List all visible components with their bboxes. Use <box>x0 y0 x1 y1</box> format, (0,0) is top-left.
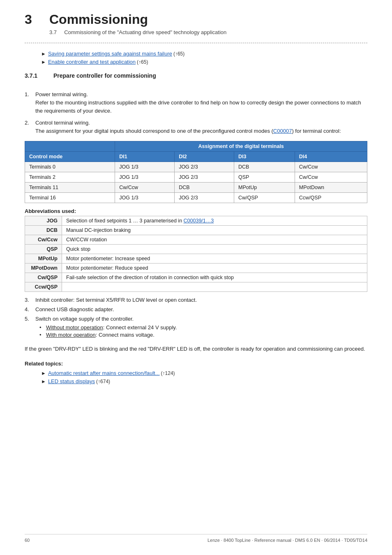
bullet-1-icon: • <box>39 324 46 331</box>
related-link-1: ► Automatic restart after mains connecti… <box>41 370 367 376</box>
abbrev-row: Cw/CcwCW/CCW rotation <box>25 235 367 244</box>
step-2-desc-part2: ) for terminal control: <box>292 128 341 134</box>
col-header-0: Control mode <box>25 151 115 162</box>
abbreviations-section: Abbreviations used: JOGSelection of fixe… <box>25 208 367 292</box>
chapter-number: 3 <box>25 12 49 27</box>
table-row: Terminals 0JOG 1/3JOG 2/3DCBCw/Ccw <box>25 162 367 172</box>
abbrev-row: MPotDownMotor potentiometer: Reduce spee… <box>25 263 367 273</box>
step-4-num: 4. <box>25 306 35 312</box>
step-2-desc: The assignment for your digital inputs s… <box>35 127 367 135</box>
step-3: 3. Inhibit controller: Set terminal X5/R… <box>25 297 367 303</box>
enable-link-ref: (↑65) <box>137 59 148 65</box>
related-arrow-1: ► <box>41 370 46 376</box>
saving-link[interactable]: Saving parameter settings safe against m… <box>48 51 172 57</box>
step-1-num: 1. <box>25 91 35 97</box>
related-link-2: ► LED status displays (↑674) <box>41 378 367 384</box>
ready-text: If the green "DRV-RDY" LED is blinking a… <box>25 345 367 354</box>
c00007-link[interactable]: C00007 <box>273 128 292 134</box>
abbrev-title: Abbreviations used: <box>25 208 367 214</box>
page-number: 60 <box>25 538 30 543</box>
related-links-list: ► Automatic restart after mains connecti… <box>41 370 367 384</box>
step-2-title: Control terminal wiring. <box>35 120 367 126</box>
step-5-num: 5. <box>25 316 35 322</box>
bullet-2-icon: • <box>39 332 46 338</box>
col-header-3: DI3 <box>234 151 295 162</box>
step-2: 2. Control terminal wiring. The assignme… <box>25 120 367 135</box>
subsection-heading: 3.7.1 Prepare controller for commissioni… <box>25 72 367 85</box>
step-1: 1. Power terminal wiring. Refer to the m… <box>25 91 367 115</box>
step-1-title: Power terminal wiring. <box>35 91 367 97</box>
step-2-desc-part1: The assignment for your digital inputs s… <box>35 128 273 134</box>
arrow-icon-1: ► <box>41 51 46 57</box>
sub-bullet-2-text: : Connect mains voltage. <box>96 332 154 338</box>
table-spanning-header: Assignment of the digital terminals <box>115 141 367 151</box>
sub-bullet-2-label: With motor operation <box>46 332 96 338</box>
section-line: 3.7 Commissioning of the "Actuating driv… <box>49 29 367 35</box>
table-row: Terminals 2JOG 1/3JOG 2/3QSPCw/Ccw <box>25 172 367 182</box>
table-row: Terminal 16JOG 1/3JOG 2/3Cw/QSPCcw/QSP <box>25 192 367 203</box>
sub-bullet-1-content: Without motor operation: Connect externa… <box>46 324 177 331</box>
subsection-title: Prepare controller for commissioning <box>53 72 156 79</box>
table-corner <box>25 141 115 151</box>
abbrev-row: JOGSelection of fixed setpoints 1 … 3 pa… <box>25 216 367 225</box>
abbrev-table: JOGSelection of fixed setpoints 1 … 3 pa… <box>25 216 367 292</box>
link-item-2: ► Enable controller and test application… <box>41 59 367 65</box>
sub-bullet-2-content: With motor operation: Connect mains volt… <box>46 332 154 338</box>
led-status-ref: (↑674) <box>96 379 110 384</box>
step-1-content: Power terminal wiring. Refer to the moun… <box>35 91 367 115</box>
related-topics: Related topics: ► Automatic restart afte… <box>25 361 367 384</box>
enable-link[interactable]: Enable controller and test application <box>48 59 136 65</box>
led-status-link[interactable]: LED status displays <box>48 378 95 384</box>
arrow-icon-2: ► <box>41 59 46 65</box>
col-header-1: DI1 <box>115 151 175 162</box>
assignment-table: Assignment of the digital terminals Cont… <box>25 141 367 203</box>
footer-right: Lenze · 8400 TopLine · Reference manual … <box>208 538 367 543</box>
breadcrumb-links: ► Saving parameter settings safe against… <box>41 51 367 65</box>
chapter-title: Commissioning <box>49 12 148 27</box>
c00039-link[interactable]: C00039/1…3 <box>184 218 214 224</box>
sub-bullet-1-text: : Connect external 24 V supply. <box>103 324 177 331</box>
abbrev-row: QSPQuick stop <box>25 244 367 254</box>
section-title: Commissioning of the "Actuating drive sp… <box>64 29 226 35</box>
related-topics-title: Related topics: <box>25 361 367 367</box>
saving-link-ref: (↑65) <box>173 51 184 57</box>
step-4: 4. Connect USB diagnostic adapter. <box>25 306 367 312</box>
sub-bullet-list: • Without motor operation: Connect exter… <box>39 324 177 338</box>
automatic-restart-link[interactable]: Automatic restart after mains connection… <box>48 370 160 376</box>
automatic-restart-ref: (↑124) <box>161 370 175 376</box>
step-2-content: Control terminal wiring. The assignment … <box>35 120 367 135</box>
step-5-text: Switch on voltage supply of the controll… <box>35 316 177 322</box>
abbrev-row: MPotUpMotor potentiometer: Increase spee… <box>25 254 367 263</box>
step-1-desc: Refer to the mounting instructions suppl… <box>35 99 367 115</box>
step-5: 5. Switch on voltage supply of the contr… <box>25 316 367 339</box>
page-footer: 60 Lenze · 8400 TopLine · Reference manu… <box>25 534 367 543</box>
page-header: 3 Commissioning <box>25 12 367 27</box>
step-5-content: Switch on voltage supply of the controll… <box>35 316 177 339</box>
step-4-text: Connect USB diagnostic adapter. <box>35 306 114 312</box>
related-arrow-2: ► <box>41 379 46 384</box>
sub-bullet-1-label: Without motor operation <box>46 324 103 331</box>
col-header-2: DI2 <box>175 151 234 162</box>
further-steps: 3. Inhibit controller: Set terminal X5/R… <box>25 297 367 339</box>
link-item-1: ► Saving parameter settings safe against… <box>41 51 367 57</box>
abbrev-row: DCBManual DC-injection braking <box>25 225 367 235</box>
abbrev-row: Ccw/QSP <box>25 282 367 291</box>
abbrev-row: Cw/QSPFail-safe selection of the directi… <box>25 273 367 282</box>
separator <box>25 43 367 43</box>
content-area: 1. Power terminal wiring. Refer to the m… <box>25 91 367 384</box>
sub-bullet-1: • Without motor operation: Connect exter… <box>39 324 177 331</box>
step-2-num: 2. <box>25 120 35 126</box>
table-row: Terminals 11Cw/CcwDCBMPotUpMPotDown <box>25 182 367 192</box>
step-3-num: 3. <box>25 297 35 303</box>
step-3-text: Inhibit controller: Set terminal X5/RFR … <box>35 297 197 303</box>
col-header-4: DI4 <box>295 151 367 162</box>
sub-bullet-2: • With motor operation: Connect mains vo… <box>39 332 177 338</box>
section-number: 3.7 <box>49 29 57 35</box>
subsection-number: 3.7.1 <box>25 72 53 79</box>
